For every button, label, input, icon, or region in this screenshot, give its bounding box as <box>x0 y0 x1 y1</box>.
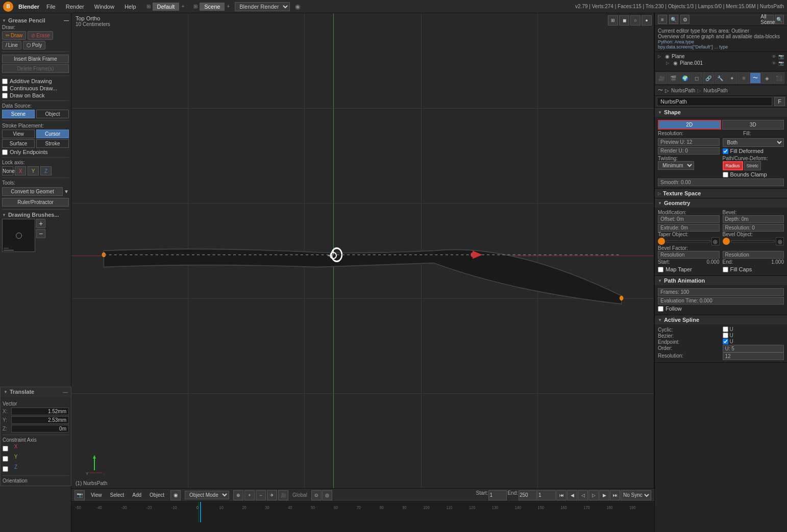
constraint-z-checkbox[interactable] <box>3 466 8 472</box>
map-taper-checkbox[interactable] <box>658 267 663 272</box>
twisting-select[interactable]: Minimum <box>658 161 694 170</box>
snap-btn[interactable]: ⊙ <box>311 490 322 500</box>
scene-prop-icon[interactable]: 🎬 <box>668 72 679 84</box>
drawing-brushes-header[interactable]: Drawing Brushes... <box>2 212 69 218</box>
bezier-checkbox[interactable] <box>723 333 728 338</box>
viewport-render-btn[interactable]: ● <box>642 15 652 26</box>
resolution-bevel-field[interactable]: Resolution: 0 <box>723 224 784 232</box>
viewport-shading-btn[interactable]: ◼ <box>619 15 629 26</box>
constraints-prop-icon[interactable]: 🔗 <box>703 72 714 84</box>
fill-deformed-checkbox[interactable] <box>723 148 728 154</box>
stroke-btn[interactable]: Stroke <box>36 139 69 148</box>
spline-res-field[interactable]: 12 <box>723 352 784 360</box>
draw-button[interactable]: ✏ Draw <box>2 31 26 40</box>
surface-btn[interactable]: Surface <box>2 139 35 148</box>
outliner-filter-icon[interactable]: ⚙ <box>680 15 690 24</box>
ruler-protractor-btn[interactable]: Ruler/Protractor <box>2 198 69 207</box>
object-btn[interactable]: Object <box>36 110 69 118</box>
timeline-ruler[interactable]: -50 -40 -30 -20 -10 0 10 20 30 40 50 60 … <box>71 502 654 522</box>
start-frame-input[interactable] <box>488 490 507 500</box>
sync-select[interactable]: No Sync <box>621 490 651 500</box>
camera-btn[interactable]: 🎥 <box>278 490 288 500</box>
object-name-input[interactable] <box>657 97 772 106</box>
depth-field[interactable]: Depth: 0m <box>723 215 784 223</box>
btn-3d[interactable]: 3D <box>722 120 784 130</box>
f-button[interactable]: F <box>774 97 785 106</box>
insert-blank-frame-button[interactable]: Insert Blank Frame <box>2 55 69 63</box>
physics-prop-icon[interactable]: ⚛ <box>738 72 749 84</box>
z-axis-btn[interactable]: Z <box>40 166 52 175</box>
viewport-shading2-btn[interactable]: ○ <box>630 15 641 26</box>
btn-2d[interactable]: 2D <box>658 120 721 130</box>
modifiers-prop-icon[interactable]: 🔧 <box>715 72 726 84</box>
material-prop-icon[interactable]: ◈ <box>761 72 773 84</box>
outliner-all-scenes[interactable]: All Scenes <box>765 15 774 24</box>
world-prop-icon[interactable]: 🌍 <box>679 72 691 84</box>
menu-window[interactable]: Window <box>92 3 116 11</box>
erase-button[interactable]: ⊘ Erase <box>28 31 53 40</box>
end-frame-input[interactable] <box>519 490 537 500</box>
add-brush-btn[interactable]: + <box>36 219 45 228</box>
convert-to-geom-btn[interactable]: Convert to Geomet <box>2 187 63 196</box>
stretch-btn[interactable]: Stretc <box>744 161 761 170</box>
select-menu-btn[interactable]: Select <box>108 491 127 499</box>
offset-field[interactable]: Offset: 0m <box>658 215 720 223</box>
fill-caps-checkbox[interactable] <box>723 267 728 272</box>
endpoint-checkbox[interactable] <box>723 339 728 344</box>
scene-tab[interactable]: Scene <box>200 3 225 11</box>
bevel-obj-field[interactable] <box>731 240 775 242</box>
render-icon-001[interactable]: 📷 <box>778 61 784 66</box>
geometry-section-header[interactable]: ▼ Geometry <box>655 198 787 208</box>
jump-end-btn[interactable]: ⏭ <box>610 490 620 500</box>
extrude-field[interactable]: Extrude: 0m <box>658 224 720 232</box>
play-reverse-btn[interactable]: ◁ <box>578 490 588 500</box>
constraint-x-checkbox[interactable] <box>3 446 8 451</box>
follow-checkbox[interactable] <box>658 306 663 312</box>
bevel-pick-btn[interactable]: ◎ <box>776 237 784 245</box>
object-mode-select[interactable]: Object Mode <box>185 491 229 499</box>
breadcrumb-item1[interactable]: NurbsPath <box>671 88 695 93</box>
breadcrumb-item2[interactable]: NurbsPath <box>703 88 727 93</box>
smooth-field[interactable]: Smooth: 0.00 <box>658 179 784 186</box>
active-spline-header[interactable]: ▼ Active Spline <box>655 315 787 324</box>
poly-button[interactable]: ⬡ Poly <box>23 41 45 49</box>
cursor-placement-btn[interactable]: Cursor <box>36 130 69 138</box>
current-frame-input[interactable] <box>537 490 556 500</box>
zoom-in-btn[interactable]: + <box>244 490 255 500</box>
render-engine-select[interactable]: Blender Render <box>235 2 290 11</box>
grease-pencil-header[interactable]: Grease Pencil — <box>2 17 69 23</box>
fill-select[interactable]: Both <box>723 138 784 147</box>
x-axis-btn[interactable]: X <box>15 166 26 175</box>
workspace-tab-default[interactable]: Default <box>153 3 180 11</box>
visibility-icon-001[interactable]: 👁 <box>772 61 776 66</box>
line-button[interactable]: / Line <box>2 41 21 49</box>
camera-icon-btn[interactable]: 📷 <box>75 490 85 500</box>
texture-space-header[interactable]: ▷ Texture Space <box>655 189 787 198</box>
resolution-bar1[interactable]: Resolution <box>658 251 720 259</box>
prop-edit-btn[interactable]: ◎ <box>322 490 332 500</box>
z-value-field[interactable]: 0m <box>11 425 69 433</box>
play-btn[interactable]: ▷ <box>588 490 599 500</box>
view-overlay-btn[interactable]: ⊞ <box>608 15 618 26</box>
cyclic-checkbox[interactable] <box>723 326 728 332</box>
y-value-field[interactable]: 2.53mm <box>11 416 69 424</box>
y-axis-btn[interactable]: Y <box>28 166 39 175</box>
tree-item-plane[interactable]: ▷ ◉ Plane 👁 📷 <box>656 53 786 60</box>
render-prop-icon[interactable]: 🎥 <box>656 72 667 84</box>
menu-render[interactable]: Render <box>64 3 86 11</box>
resolution-bar2[interactable]: Resolution <box>723 251 784 259</box>
view-menu-btn[interactable]: View <box>89 491 104 499</box>
render-icon[interactable]: 📷 <box>778 54 784 59</box>
remove-brush-btn[interactable]: − <box>36 229 45 238</box>
taper-pick-btn[interactable]: ◎ <box>711 237 720 245</box>
viewport[interactable]: Top Ortho 10 Centimeters <box>71 13 654 488</box>
additive-drawing-checkbox[interactable] <box>2 79 8 84</box>
zoom-out-btn[interactable]: − <box>256 490 266 500</box>
outliner-search-btn[interactable]: 🔍 <box>775 15 784 24</box>
path-animation-header[interactable]: ▼ Path Animation <box>655 276 787 285</box>
outliner-search-icon[interactable]: 🔍 <box>669 15 678 24</box>
none-axis-btn[interactable]: None <box>2 166 13 175</box>
delete-frames-button[interactable]: Delete Frame(s) <box>2 64 69 73</box>
radius-btn[interactable]: Radius <box>723 161 743 170</box>
shape-section-header[interactable]: ▼ Shape <box>655 108 787 117</box>
